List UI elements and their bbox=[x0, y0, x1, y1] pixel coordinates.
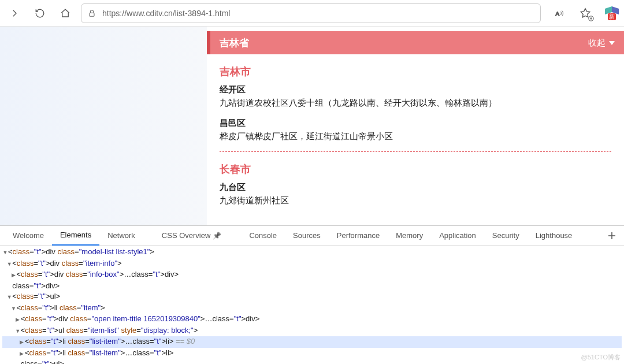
city-heading: 吉林市 bbox=[220, 65, 611, 79]
collapse-button[interactable]: 收起 bbox=[588, 38, 615, 49]
home-button[interactable] bbox=[55, 3, 75, 23]
devtools-tab-lighthouse[interactable]: Lighthouse bbox=[528, 226, 581, 246]
province-body: 吉林市经开区九站街道农校社区八委十组（九龙路以南、经开大街以东、翰林路以南）昌邑… bbox=[207, 54, 624, 221]
forward-button[interactable] bbox=[5, 3, 24, 23]
district-detail: 九站街道农校社区八委十组（九龙路以南、经开大街以东、翰林路以南） bbox=[220, 98, 611, 109]
browser-toolbar: https://www.cditv.cn/list-3894-1.html A … bbox=[0, 0, 624, 27]
address-bar[interactable]: https://www.cditv.cn/list-3894-1.html bbox=[81, 3, 541, 23]
devtools-tab-application[interactable]: Application bbox=[431, 226, 484, 246]
page-content: 吉林省 收起 吉林市经开区九站街道农校社区八委十组（九龙路以南、经开大街以东、翰… bbox=[207, 27, 624, 225]
new-tab-button[interactable] bbox=[604, 228, 619, 243]
url-text: https://www.cditv.cn/list-3894-1.html bbox=[102, 9, 230, 18]
collapse-label: 收起 bbox=[588, 38, 606, 49]
devtools-tab-performance[interactable]: Performance bbox=[329, 226, 388, 246]
dom-node[interactable]: <class="t">li class="list-item">…class="… bbox=[2, 348, 622, 359]
dom-node[interactable]: <class="t">div class="open item-title 16… bbox=[2, 314, 622, 325]
dom-node[interactable]: <class="t">div class="model-list list-st… bbox=[2, 247, 622, 258]
devtools-tab-welcome[interactable]: Welcome bbox=[5, 226, 52, 246]
pin-icon: 📌 bbox=[213, 232, 221, 240]
devtools-tab-network[interactable]: Network bbox=[99, 226, 143, 246]
province-header[interactable]: 吉林省 收起 bbox=[207, 31, 624, 54]
dom-node[interactable]: <class="t">div class="item-info"> bbox=[2, 258, 622, 270]
read-aloud-icon[interactable]: A bbox=[550, 3, 570, 23]
devtools-panel: WelcomeElementsNetworkCSS Overview 📌Cons… bbox=[0, 225, 624, 364]
chevron-down-icon bbox=[609, 41, 615, 45]
district-detail: 九郊街道新州社区 bbox=[220, 195, 611, 206]
devtools-tab-sources[interactable]: Sources bbox=[285, 226, 329, 246]
lock-icon bbox=[87, 9, 96, 18]
dom-node[interactable]: <class="t">ul class="item-list" style="d… bbox=[2, 325, 622, 337]
district-heading: 经开区 bbox=[220, 84, 611, 95]
viewport: 吉林省 收起 吉林市经开区九站街道农校社区八委十组（九龙路以南、经开大街以东、翰… bbox=[0, 27, 624, 225]
province-name: 吉林省 bbox=[220, 36, 249, 50]
watermark: @51CTO博客 bbox=[581, 353, 621, 362]
extension-badge-text: 新 bbox=[608, 13, 616, 20]
devtools-dom-tree[interactable]: <class="t">div class="model-list list-st… bbox=[0, 246, 624, 364]
extension-badge[interactable]: 新 bbox=[601, 6, 616, 20]
page-left-column bbox=[0, 27, 207, 225]
dom-node[interactable]: <class="t">li class="item"> bbox=[2, 303, 622, 314]
devtools-tab-elements[interactable]: Elements bbox=[52, 226, 99, 246]
city-heading: 长春市 bbox=[220, 162, 611, 176]
favorites-button[interactable] bbox=[577, 5, 594, 21]
dom-node[interactable]: <class="t">li class="list-item">…class="… bbox=[2, 336, 622, 348]
devtools-tab-console[interactable]: Console bbox=[241, 226, 285, 246]
dom-node[interactable]: class="t">ul> bbox=[2, 359, 622, 364]
devtools-tabbar: WelcomeElementsNetworkCSS Overview 📌Cons… bbox=[0, 226, 624, 246]
dom-node[interactable]: <class="t">div class="info-box">…class="… bbox=[2, 269, 622, 281]
svg-text:A: A bbox=[556, 10, 560, 16]
devtools-tab-memory[interactable]: Memory bbox=[388, 226, 431, 246]
refresh-button[interactable] bbox=[30, 3, 50, 23]
district-detail: 桦皮厂镇桦皮厂社区，延江街道江山帝景小区 bbox=[220, 131, 611, 142]
separator bbox=[220, 151, 611, 152]
district-heading: 九台区 bbox=[220, 182, 611, 193]
devtools-tab-css-overview[interactable]: CSS Overview 📌 bbox=[154, 226, 230, 246]
district-heading: 昌邑区 bbox=[220, 118, 611, 129]
svg-rect-0 bbox=[90, 13, 94, 16]
dom-node[interactable]: <class="t">ul> bbox=[2, 291, 622, 303]
toolbar-right: A 新 bbox=[547, 3, 619, 23]
dom-node[interactable]: class="t">div> bbox=[2, 281, 622, 292]
devtools-tab-security[interactable]: Security bbox=[484, 226, 528, 246]
